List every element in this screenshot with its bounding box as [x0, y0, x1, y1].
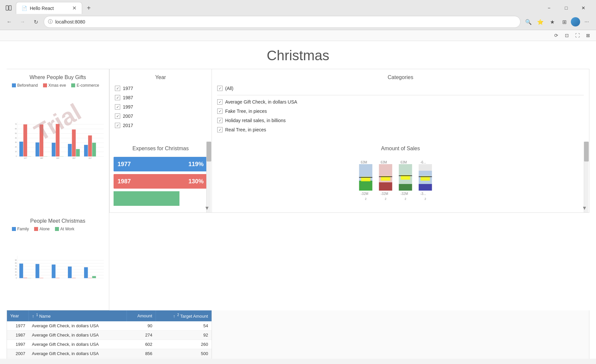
checkbox-icon: ✓: [115, 104, 120, 110]
year-checkbox-1977[interactable]: ✓ 1977: [115, 86, 206, 91]
sales-scrollbar-thumb[interactable]: [584, 142, 589, 161]
svg-rect-86: [19, 264, 23, 278]
svg-rect-32: [72, 129, 75, 156]
expense-bar-1997: [114, 191, 179, 206]
category-label: Fake Tree, in pieces: [225, 109, 267, 114]
col-header-amount[interactable]: Amount: [126, 310, 156, 321]
sales-title: Amount of Sales: [216, 146, 585, 152]
svg-rect-92: [56, 278, 59, 278]
category-checkbox-real-tree[interactable]: ✓ Real Tree, in pieces: [217, 127, 584, 132]
legend-beforehand: Beforehand: [12, 83, 38, 88]
year-label: 1997: [123, 104, 133, 110]
cell-amount: 856: [126, 349, 156, 358]
year-checkbox-2017[interactable]: ✓ 2017: [115, 123, 206, 128]
svg-text:1987: 1987: [40, 158, 43, 159]
svg-text:-32M: -32M: [361, 192, 369, 196]
svg-text:63M: 63M: [361, 160, 367, 164]
address-bar[interactable]: ⓘ localhost:8080: [44, 16, 521, 28]
cell-amount: 905: [126, 358, 156, 359]
collections-button[interactable]: ⊞: [559, 17, 570, 27]
legend-label-at-work: At Work: [60, 227, 74, 231]
forward-button[interactable]: →: [17, 17, 28, 27]
category-checkbox-retail[interactable]: ✓ Holiday retail sales, in billions: [217, 118, 584, 123]
category-checkbox-avg-gift[interactable]: ✓ Average Gift Check, in dollars USA: [217, 99, 584, 105]
svg-text:60: 60: [15, 128, 17, 130]
browser-tab-active[interactable]: 📄 Hello React ✕: [16, 2, 82, 14]
svg-text:2: 2: [385, 197, 386, 200]
right-bottom-panel: [212, 310, 589, 359]
refresh-button[interactable]: ↻: [30, 17, 41, 27]
scroll-down-button[interactable]: ▼: [204, 205, 210, 211]
legend-color-at-work: [55, 227, 59, 231]
col-header-target[interactable]: ↑2 Target Amount: [156, 310, 211, 321]
cell-target: 92: [156, 331, 211, 340]
svg-rect-20: [24, 124, 27, 157]
where-buy-chart-svg: 0 10 20 30 40 50 60 70: [12, 90, 104, 193]
svg-text:80: 80: [15, 262, 17, 264]
cell-name: Average Gift Check, in dollars USA: [28, 331, 126, 340]
settings-menu-button[interactable]: ···: [581, 17, 592, 27]
year-checkbox-2007[interactable]: ✓ 2007: [115, 114, 206, 119]
svg-rect-58: [399, 184, 412, 191]
table-row: 2017 Average Gift Check, in dollars USA …: [7, 358, 212, 359]
checkbox-icon: ✓: [217, 99, 223, 105]
sales-scrollbar-track[interactable]: [584, 142, 588, 212]
sales-chart-svg: 63M -32M 2 63M -32M 2: [216, 157, 585, 200]
cell-target: 500: [156, 349, 211, 358]
cell-name: Average Gift Check, in dollars USA: [28, 358, 126, 359]
col-header-year[interactable]: Year: [7, 310, 28, 321]
expenses-scrollbar-track[interactable]: [206, 142, 211, 212]
close-button[interactable]: ✕: [576, 3, 591, 13]
category-checkbox-fake-tree[interactable]: ✓ Fake Tree, in pieces: [217, 109, 584, 114]
address-bar-row: ← → ↻ ⓘ localhost:8080 🔍 ⭐ ★ ⊞ ···: [0, 14, 596, 30]
checkbox-icon: ✓: [217, 109, 223, 114]
favorites-add-button[interactable]: ⭐: [535, 17, 546, 27]
legend-label-beforehand: Beforehand: [17, 83, 38, 88]
year-checkbox-1987[interactable]: ✓ 1987: [115, 95, 206, 100]
svg-rect-89: [35, 264, 39, 278]
maximize-button[interactable]: □: [559, 3, 573, 13]
people-meet-christmas-panel: People Meet Christmas Family Alone At Wo…: [7, 213, 109, 310]
fullscreen-button[interactable]: ⛶: [573, 31, 581, 39]
legend-color-family: [12, 227, 16, 231]
year-label: 1987: [123, 95, 133, 100]
svg-text:1997: 1997: [56, 158, 60, 159]
share-button[interactable]: ⊡: [563, 31, 571, 39]
svg-text:2017: 2017: [88, 158, 92, 159]
year-panel-title: Year: [115, 74, 206, 80]
page-content: Christmas Trial Year ✓ 1977 ✓ 1987 ✓ 199…: [0, 41, 596, 359]
sidebar-toggle-button[interactable]: [3, 2, 15, 14]
legend-xmas-eve: Xmas eve: [43, 83, 66, 88]
new-tab-button[interactable]: +: [83, 3, 94, 13]
favorites-button[interactable]: ★: [547, 17, 558, 27]
refresh-page-button[interactable]: ⟳: [552, 31, 560, 39]
svg-rect-0: [6, 6, 8, 10]
svg-text:70: 70: [15, 265, 17, 267]
svg-rect-31: [68, 144, 72, 157]
svg-rect-94: [72, 278, 75, 278]
expense-bar-1977: 1977 119%: [114, 157, 208, 171]
profile-avatar[interactable]: [571, 17, 580, 26]
cell-year: 1977: [7, 321, 28, 331]
cell-target: 260: [156, 340, 211, 349]
year-label: 1977: [123, 86, 133, 91]
year-label: 2017: [123, 123, 133, 128]
minimize-button[interactable]: −: [542, 3, 556, 13]
legend-label-family: Family: [17, 227, 29, 231]
people-chart-legend: Family Alone At Work: [12, 227, 104, 231]
year-checkbox-1997[interactable]: ✓ 1997: [115, 104, 206, 110]
url-text: localhost:8080: [55, 19, 516, 24]
svg-text:0: 0: [16, 277, 17, 279]
search-button[interactable]: 🔍: [523, 17, 534, 27]
svg-text:2: 2: [365, 197, 367, 200]
tab-close-button[interactable]: ✕: [72, 5, 76, 11]
categories-panel-title: Categories: [217, 74, 584, 80]
category-label: Holiday retail sales, in billions: [225, 118, 286, 123]
close-page-button[interactable]: ⊠: [584, 31, 592, 39]
category-checkbox-all[interactable]: ✓ (All): [217, 86, 584, 91]
sales-scroll-down-button[interactable]: ▼: [582, 205, 587, 211]
table-row: 1977 Average Gift Check, in dollars USA …: [7, 321, 212, 331]
col-header-name[interactable]: ↑1 Name: [28, 310, 126, 321]
expenses-scrollbar-thumb[interactable]: [207, 142, 211, 161]
back-button[interactable]: ←: [4, 17, 15, 27]
